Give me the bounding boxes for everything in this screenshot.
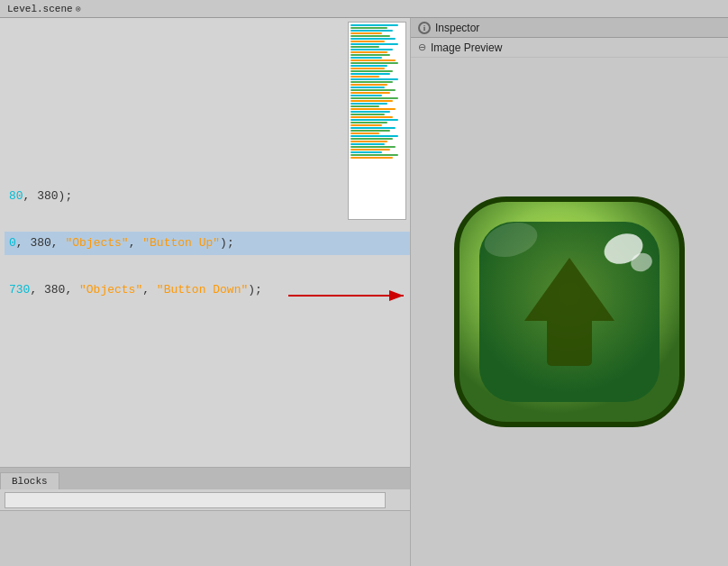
code-teal-1: 80 [9,189,23,203]
left-panel: 80, 380); 0, 380, "Objects", "Button Up"… [0,18,410,566]
inspector-header: i Inspector [411,18,728,38]
code-teal-3: 730 [9,283,30,297]
thumbnail-lines [350,24,404,217]
code-string-2: "Button Up" [142,236,220,250]
inspector-icon: i [418,22,431,34]
inspector-panel: i Inspector ⊖ Image Preview [410,18,728,566]
tab-close-button[interactable]: ⊗ [76,4,81,14]
code-comma-1: , [129,236,143,250]
top-tab-bar: Level.scene ⊗ [0,0,728,18]
blocks-tab[interactable]: Blocks [0,472,59,489]
bottom-tabs: Blocks [0,468,410,489]
collapse-button[interactable]: ⊖ [418,41,426,53]
code-string-4: "Button Down" [157,283,248,297]
image-preview-header: ⊖ Image Preview [411,38,728,58]
tab-label-text: Level.scene [7,4,73,14]
inspector-title: Inspector [435,22,479,34]
code-white-3: , 380, [30,283,79,297]
bottom-panel: Blocks [0,467,410,566]
main-area: 80, 380); 0, 380, "Objects", "Button Up"… [0,18,728,566]
code-line-3: 730, 380, "Objects", "Button Down"); [5,278,410,302]
code-line-2: 0, 380, "Objects", "Button Up"); [5,232,410,255]
search-input[interactable] [5,492,386,508]
code-paren-2: ); [248,283,262,297]
inspector-icon-text: i [423,23,426,32]
button-up-icon-svg [448,190,691,434]
search-bar [0,489,410,511]
code-string-3: "Objects" [79,283,142,297]
code-teal-2: 0 [9,236,16,250]
code-white-2: , 380, [16,236,66,250]
code-comma-2: , [142,283,157,297]
level-scene-tab[interactable]: Level.scene ⊗ [0,2,88,16]
image-preview-label: Image Preview [431,41,502,54]
code-string-1: "Objects" [65,236,128,250]
image-preview-area [411,58,728,566]
code-white-1: , 380); [23,189,73,203]
code-area: 80, 380); 0, 380, "Objects", "Button Up"… [0,18,410,467]
code-thumbnail [348,22,406,220]
code-paren-1: ); [220,236,234,250]
button-icon-container [443,186,696,438]
svg-rect-6 [547,316,592,366]
